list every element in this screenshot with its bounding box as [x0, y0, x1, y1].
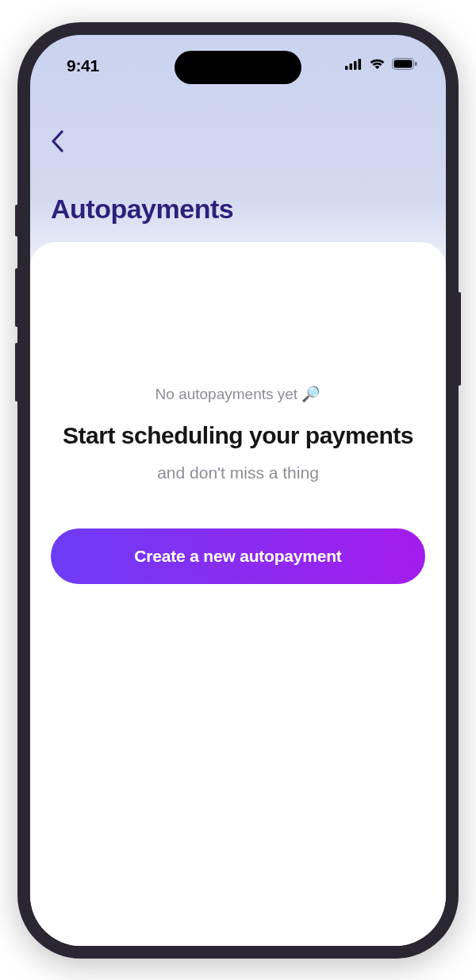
side-button-silence [15, 205, 18, 236]
side-button-volume-up [15, 268, 18, 327]
svg-rect-3 [359, 59, 362, 70]
page-title: Autopayments [51, 194, 425, 225]
empty-state-subtext: and don't miss a thing [51, 463, 425, 482]
status-indicators [345, 58, 417, 73]
header-area: Autopayments [30, 86, 446, 225]
battery-icon [392, 58, 417, 73]
dynamic-island [175, 51, 301, 84]
status-time: 9:41 [67, 56, 99, 75]
wifi-icon [369, 58, 386, 73]
back-button[interactable] [51, 125, 83, 157]
svg-rect-6 [415, 62, 417, 66]
svg-rect-1 [350, 63, 353, 70]
empty-state: No autopayments yet 🔎 Start scheduling y… [51, 385, 425, 584]
empty-state-heading: Start scheduling your payments [51, 421, 425, 451]
phone-frame: 9:41 [17, 22, 459, 959]
cellular-signal-icon [345, 59, 363, 73]
side-button-volume-down [15, 343, 18, 402]
side-button-power [458, 292, 461, 386]
create-autopayment-button[interactable]: Create a new autopayment [51, 528, 425, 584]
svg-rect-0 [345, 66, 348, 70]
empty-state-label: No autopayments yet 🔎 [51, 385, 425, 403]
svg-rect-2 [354, 61, 357, 70]
phone-screen: 9:41 [30, 35, 446, 946]
svg-rect-5 [394, 60, 413, 68]
chevron-left-icon [51, 130, 63, 152]
content-card: No autopayments yet 🔎 Start scheduling y… [30, 242, 446, 946]
